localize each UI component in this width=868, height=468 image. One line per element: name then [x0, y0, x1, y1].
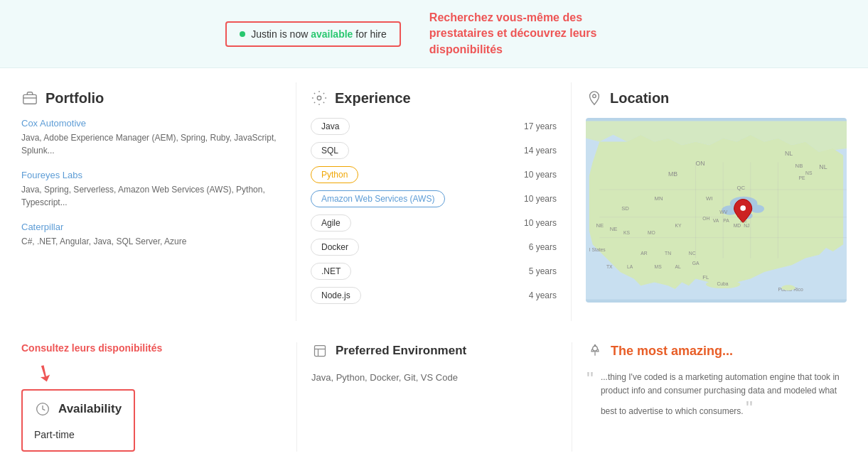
- svg-point-58: [594, 345, 596, 347]
- preferred-value: Java, Python, Docker, Git, VS Code: [311, 371, 557, 386]
- map-container: MB ON NL MN WI QC NL NB NS PE SD NE NE K…: [586, 118, 847, 303]
- svg-text:OH: OH: [702, 217, 709, 222]
- svg-text:NC: NC: [689, 251, 696, 256]
- svg-text:TX: TX: [606, 264, 613, 269]
- bottom-layout: Consultez leurs disponibilités ➘ Availab…: [0, 335, 868, 466]
- amazing-quote: " ...thing I've coded is a marketing aut…: [586, 371, 847, 418]
- svg-text:GA: GA: [692, 261, 700, 266]
- location-header: Location: [586, 89, 847, 107]
- bottom-left: Consultez leurs disponibilités ➘ Availab…: [21, 342, 296, 452]
- skill-years: 17 years: [524, 121, 557, 131]
- available-word: available: [311, 28, 353, 40]
- skill-years: 10 years: [524, 170, 557, 180]
- location-icon: [586, 89, 603, 107]
- svg-text:NL: NL: [819, 163, 827, 170]
- svg-text:NB: NB: [795, 163, 803, 169]
- badge-text: Justin is now available for hire: [251, 28, 387, 40]
- svg-point-53: [781, 285, 795, 290]
- svg-text:ON: ON: [696, 160, 705, 167]
- skill-years: 10 years: [524, 194, 557, 204]
- company-desc: Java, Adobe Experience Manager (AEM), Sp…: [21, 131, 282, 157]
- svg-text:NS: NS: [805, 170, 813, 175]
- arrow-icon: ➘: [30, 357, 60, 389]
- preferred-section: Preferred Environment Java, Python, Dock…: [296, 342, 572, 452]
- company-name[interactable]: Caterpillar: [21, 222, 282, 232]
- skill-badge: Node.js: [311, 287, 361, 304]
- svg-point-2: [317, 96, 321, 100]
- skill-years: 6 years: [529, 242, 557, 252]
- skill-row-agile: Agile 10 years: [311, 214, 557, 232]
- svg-text:MN: MN: [655, 195, 663, 202]
- svg-text:PA: PA: [723, 219, 729, 224]
- annotation-text: Consultez leurs disponibilités: [21, 342, 282, 354]
- company-name[interactable]: Cox Automotive: [21, 118, 282, 129]
- svg-text:AL: AL: [675, 264, 682, 269]
- svg-text:WI: WI: [706, 195, 712, 202]
- preferred-header: Preferred Environment: [311, 342, 557, 359]
- skill-badge: .NET: [311, 263, 351, 280]
- quote-right: ": [746, 397, 753, 419]
- experience-header: Experience: [311, 89, 557, 107]
- quote-text: ...thing I've coded is a marketing autom…: [601, 372, 840, 415]
- company-name[interactable]: Foureyes Labs: [21, 170, 282, 180]
- skill-row-python: Python 10 years: [311, 166, 557, 183]
- svg-text:PE: PE: [798, 175, 805, 180]
- portfolio-title: Portfolio: [45, 90, 104, 107]
- skill-row-net: .NET 5 years: [311, 263, 557, 280]
- portfolio-item-cox: Cox Automotive Java, Adobe Experience Ma…: [21, 118, 282, 157]
- amazing-icon: [586, 342, 604, 359]
- preferred-title: Preferred Environment: [336, 344, 466, 358]
- skill-badge: Docker: [311, 239, 359, 256]
- svg-point-57: [593, 347, 598, 352]
- svg-text:KS: KS: [623, 230, 631, 235]
- portfolio-item-foureyes: Foureyes Labs Java, Spring, Serverless, …: [21, 170, 282, 209]
- experience-icon: [311, 89, 328, 107]
- svg-point-49: [740, 205, 746, 211]
- top-banner: Justin is now available for hire Recherc…: [0, 0, 868, 68]
- location-title: Location: [610, 90, 669, 107]
- availability-icon: [34, 401, 51, 418]
- svg-text:NE: NE: [596, 222, 604, 229]
- status-dot: [240, 31, 245, 37]
- amazing-title: The most amazing...: [611, 344, 733, 359]
- company-desc: Java, Spring, Serverless, Amazon Web Ser…: [21, 183, 282, 209]
- svg-text:NL: NL: [785, 150, 793, 157]
- annotation-block: Consultez leurs disponibilités ➘: [21, 342, 282, 386]
- availability-title: Availability: [58, 402, 122, 416]
- portfolio-header: Portfolio: [21, 89, 282, 107]
- svg-text:FL: FL: [702, 274, 709, 281]
- experience-section: Experience Java 17 years SQL 14 years Py…: [296, 82, 572, 321]
- svg-text:I States: I States: [589, 247, 606, 252]
- company-desc: C#, .NET, Angular, Java, SQL Server, Azu…: [21, 235, 282, 248]
- svg-rect-0: [23, 95, 36, 104]
- svg-point-3: [593, 94, 596, 98]
- location-section: Location: [572, 82, 847, 321]
- skill-badge: SQL: [311, 142, 349, 159]
- svg-text:MS: MS: [655, 264, 663, 269]
- experience-title: Experience: [335, 90, 411, 107]
- svg-text:AR: AR: [641, 251, 648, 256]
- portfolio-icon: [21, 89, 38, 107]
- availability-value: Part-time: [34, 429, 122, 440]
- skill-years: 4 years: [529, 290, 557, 300]
- svg-text:KY: KY: [675, 223, 682, 228]
- svg-text:SD: SD: [621, 205, 629, 212]
- svg-text:QC: QC: [736, 185, 745, 191]
- svg-text:NE: NE: [610, 226, 618, 232]
- availability-box: Availability Part-time: [21, 389, 135, 452]
- svg-text:TN: TN: [665, 251, 671, 256]
- skill-row-java: Java 17 years: [311, 118, 557, 135]
- svg-text:Cuba: Cuba: [717, 281, 728, 286]
- availability-badge: Justin is now available for hire: [225, 21, 401, 47]
- svg-text:NJ: NJ: [744, 223, 749, 228]
- quote-left: ": [586, 369, 594, 389]
- svg-rect-56: [314, 346, 325, 357]
- portfolio-section: Portfolio Cox Automotive Java, Adobe Exp…: [21, 82, 296, 321]
- skill-years: 14 years: [524, 146, 557, 156]
- main-grid: Portfolio Cox Automotive Java, Adobe Exp…: [0, 68, 868, 335]
- skill-row-docker: Docker 6 years: [311, 239, 557, 256]
- svg-point-7: [751, 205, 764, 213]
- skill-years: 10 years: [524, 218, 557, 228]
- amazing-section: The most amazing... " ...thing I've code…: [572, 342, 847, 452]
- skill-row-aws: Amazon Web Services (AWS) 10 years: [311, 190, 557, 207]
